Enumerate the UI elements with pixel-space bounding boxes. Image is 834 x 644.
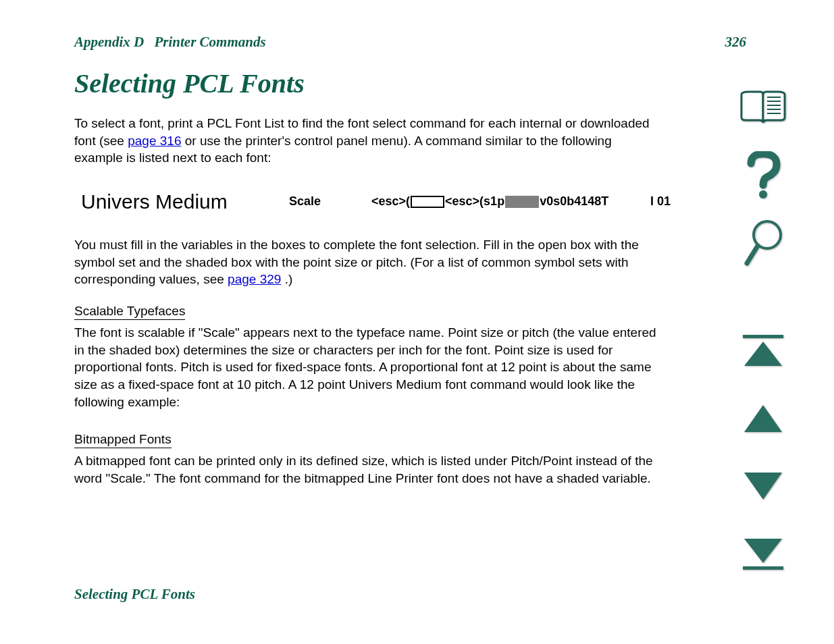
last-page-button[interactable] [736, 527, 790, 581]
esc-post: v0s0b4148T [540, 194, 608, 209]
section-label: Printer Commands [155, 34, 266, 50]
svg-marker-11 [744, 473, 782, 500]
svg-rect-13 [743, 566, 783, 570]
footer-title: Selecting PCL Fonts [74, 586, 195, 603]
next-page-button[interactable] [736, 459, 790, 513]
svg-point-5 [759, 190, 767, 198]
paragraph-4: A bitmapped font can be printed only in … [74, 452, 662, 487]
example-font-id: I 01 [650, 194, 671, 209]
paragraph-3: The font is scalable if "Scale" appears … [74, 324, 662, 410]
goto-bottom-icon [741, 536, 785, 571]
esc-pre: <esc>( [371, 194, 410, 209]
triangle-up-icon [741, 402, 785, 435]
paragraph-2: You must fill in the variables in the bo… [74, 236, 662, 288]
magnifier-icon [741, 219, 785, 267]
triangle-down-icon [741, 470, 785, 502]
page-title: Selecting PCL Fonts [74, 68, 305, 99]
svg-rect-8 [743, 335, 783, 338]
svg-marker-12 [744, 539, 782, 563]
open-book-icon [739, 89, 787, 127]
page-header: Appendix D Printer Commands 326 [74, 34, 746, 54]
paragraph-2-post: .) [285, 272, 293, 286]
font-command-example: Univers Medium Scale <esc>( <esc>(s1p v0… [81, 190, 702, 217]
page-number: 326 [725, 34, 747, 51]
symbol-set-blank-box [411, 196, 444, 208]
goto-top-icon [741, 333, 785, 369]
header-left: Appendix D Printer Commands [74, 34, 266, 51]
previous-page-button[interactable] [736, 392, 790, 446]
paragraph-1: To select a font, print a PCL Font List … [74, 115, 662, 167]
question-mark-icon [743, 151, 783, 200]
paragraph-2-pre: You must fill in the variables in the bo… [74, 238, 639, 286]
point-size-shaded-box [505, 196, 539, 208]
link-page-329[interactable]: page 329 [228, 272, 281, 286]
nav-sidebar [736, 81, 797, 594]
help-button[interactable] [736, 149, 790, 203]
svg-line-7 [747, 246, 758, 263]
appendix-label: Appendix D [74, 34, 151, 50]
first-page-button[interactable] [736, 324, 790, 378]
esc-mid: <esc>(s1p [445, 194, 504, 209]
subheading-bitmapped-fonts: Bitmapped Fonts [74, 432, 172, 448]
contents-button[interactable] [736, 81, 790, 135]
example-escape-sequence: <esc>( <esc>(s1p v0s0b4148T [371, 194, 608, 209]
svg-marker-9 [744, 342, 782, 366]
subheading-scalable-typefaces: Scalable Typefaces [74, 304, 185, 320]
svg-marker-10 [744, 405, 782, 432]
search-button[interactable] [736, 216, 790, 270]
link-page-316[interactable]: page 316 [128, 134, 181, 148]
example-scale-label: Scale [289, 194, 321, 209]
example-font-name: Univers Medium [81, 190, 228, 213]
